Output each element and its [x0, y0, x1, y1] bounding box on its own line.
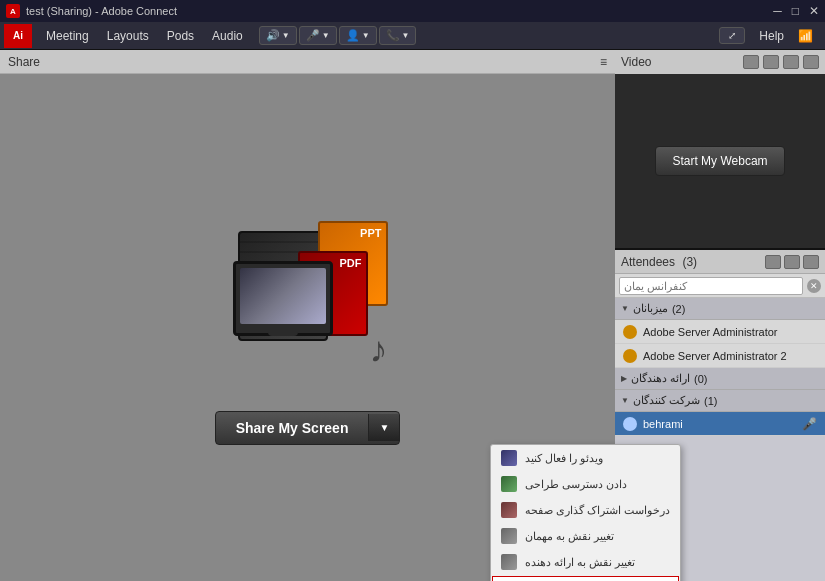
participants-group-count: (1) [704, 395, 717, 407]
context-menu-label-3: تغییر نقش به مهمان [525, 530, 614, 543]
user-toolbar-btn[interactable]: 👤 ▼ [339, 26, 377, 45]
maximize-button[interactable]: □ [792, 4, 799, 18]
app-icon: A [6, 4, 20, 18]
presenters-group-label: ارائه دهندگان [631, 372, 690, 385]
speaker-icon: 🔊 [266, 29, 280, 42]
menu-bar: Ai Meeting Layouts Pods Audio 🔊 ▼ 🎤 ▼ 👤 … [0, 22, 825, 50]
role-guest-icon [501, 528, 517, 544]
presenters-group-count: (0) [694, 373, 707, 385]
participants-group-label: شرکت کنندگان [633, 394, 700, 407]
attendees-grid-icon[interactable] [784, 255, 800, 269]
behrami-mic-icon: 🎤 [802, 417, 817, 431]
menu-pods[interactable]: Pods [159, 27, 202, 45]
context-menu-item-4[interactable]: تغییر نقش به ارائه دهنده [491, 549, 680, 575]
design-access-icon [501, 476, 517, 492]
attendees-header-icons [765, 255, 819, 269]
menubar-right: ⤢ Help 📶 [719, 27, 821, 45]
hosts-group-label: میزبانان [633, 302, 668, 315]
attendee-row-admin1[interactable]: Adobe Server Administrator [615, 320, 825, 344]
monitor-stand [268, 328, 298, 336]
media-icon-cluster: PPT PDF ♪ [218, 211, 398, 391]
music-note-icon: ♪ [370, 329, 388, 371]
attendees-list-icon[interactable] [765, 255, 781, 269]
phone-toolbar-btn[interactable]: 📞 ▼ [379, 26, 417, 45]
context-menu-item-3[interactable]: تغییر نقش به مهمان [491, 523, 680, 549]
hosts-group-count: (2) [672, 303, 685, 315]
search-clear-button[interactable]: ✕ [807, 279, 821, 293]
user-icon: 👤 [346, 29, 360, 42]
attendees-options-icon[interactable] [803, 255, 819, 269]
video-activate-icon [501, 450, 517, 466]
role-presenter-icon [501, 554, 517, 570]
share-content: PPT PDF ♪ Share My Screen ▼ ویدئو را فعا… [0, 74, 615, 581]
share-button-dropdown[interactable]: ▼ [368, 414, 399, 441]
signal-icon: 📶 [798, 29, 813, 43]
toolbar-group: 🔊 ▼ 🎤 ▼ 👤 ▼ 📞 ▼ [259, 26, 417, 45]
hosts-collapse-icon: ▼ [621, 304, 629, 313]
video-header: Video [615, 50, 825, 74]
admin1-name: Adobe Server Administrator [643, 326, 778, 338]
main-layout: Share ≡ PPT PDF ♪ Share My Screen ▼ [0, 50, 825, 581]
title-left: A test (Sharing) - Adobe Connect [6, 4, 177, 18]
menu-audio[interactable]: Audio [204, 27, 251, 45]
menu-meeting[interactable]: Meeting [38, 27, 97, 45]
participants-group-header[interactable]: ▼ شرکت کنندگان (1) [615, 390, 825, 412]
admin2-avatar [623, 349, 637, 363]
hosts-group-header[interactable]: ▼ میزبانان (2) [615, 298, 825, 320]
admin2-name: Adobe Server Administrator 2 [643, 350, 787, 362]
context-menu-label-1: دادن دسترسی طراحی [525, 478, 627, 491]
context-menu-label-0: ویدئو را فعال کنید [525, 452, 603, 465]
speaker-dropdown-arrow: ▼ [282, 31, 290, 40]
help-button[interactable]: Help [753, 27, 790, 45]
title-controls: ─ □ ✕ [773, 4, 819, 18]
speaker-toolbar-btn[interactable]: 🔊 ▼ [259, 26, 297, 45]
video-content: Start My Webcam [615, 74, 825, 248]
context-menu-item-mute[interactable]: Mute Attendee [492, 576, 679, 581]
presenters-collapse-icon: ▶ [621, 374, 627, 383]
monitor-icon [233, 261, 333, 336]
title-bar: A test (Sharing) - Adobe Connect ─ □ ✕ [0, 0, 825, 22]
menu-layouts[interactable]: Layouts [99, 27, 157, 45]
context-menu-item-1[interactable]: دادن دسترسی طراحی [491, 471, 680, 497]
presenters-group-header[interactable]: ▶ ارائه دهندگان (0) [615, 368, 825, 390]
admin1-avatar [623, 325, 637, 339]
share-header: Share ≡ [0, 50, 615, 74]
video-panel: Video Start My Webcam [615, 50, 825, 250]
mic-toolbar-btn[interactable]: 🎤 ▼ [299, 26, 337, 45]
context-menu-label-2: درخواست اشتراک گذاری صفحه [525, 504, 670, 517]
close-button[interactable]: ✕ [809, 4, 819, 18]
video-menu-icon[interactable] [803, 55, 819, 69]
behrami-name: behrami [643, 418, 683, 430]
expand-button[interactable]: ⤢ [719, 27, 745, 44]
adobe-logo: Ai [4, 24, 32, 48]
share-title: Share [8, 55, 40, 69]
attendees-search-input[interactable] [619, 277, 803, 295]
share-button-label: Share My Screen [216, 412, 369, 444]
participants-collapse-icon: ▼ [621, 396, 629, 405]
context-menu-item-0[interactable]: ویدئو را فعال کنید [491, 445, 680, 471]
video-grid-icon[interactable] [743, 55, 759, 69]
window-title: test (Sharing) - Adobe Connect [26, 5, 177, 17]
video-expand-icon[interactable] [783, 55, 799, 69]
video-strip-icon[interactable] [763, 55, 779, 69]
monitor-screen [240, 268, 326, 324]
video-title: Video [621, 55, 651, 69]
mic-dropdown-arrow: ▼ [322, 31, 330, 40]
minimize-button[interactable]: ─ [773, 4, 782, 18]
attendees-search-bar: ✕ [615, 274, 825, 298]
start-webcam-button[interactable]: Start My Webcam [655, 146, 784, 176]
attendees-header: Attendees (3) [615, 250, 825, 274]
video-header-icons [743, 55, 819, 69]
context-menu: ویدئو را فعال کنید دادن دسترسی طراحی درخ… [490, 444, 681, 581]
share-panel: Share ≡ PPT PDF ♪ Share My Screen ▼ [0, 50, 615, 581]
attendees-title: Attendees (3) [621, 255, 697, 269]
share-options-icon[interactable]: ≡ [600, 55, 607, 69]
context-menu-label-4: تغییر نقش به ارائه دهنده [525, 556, 635, 569]
context-menu-item-2[interactable]: درخواست اشتراک گذاری صفحه [491, 497, 680, 523]
attendee-row-behrami[interactable]: behrami 🎤 [615, 412, 825, 436]
phone-dropdown-arrow: ▼ [402, 31, 410, 40]
share-my-screen-button[interactable]: Share My Screen ▼ [215, 411, 401, 445]
mic-icon: 🎤 [306, 29, 320, 42]
share-request-icon [501, 502, 517, 518]
attendee-row-admin2[interactable]: Adobe Server Administrator 2 [615, 344, 825, 368]
